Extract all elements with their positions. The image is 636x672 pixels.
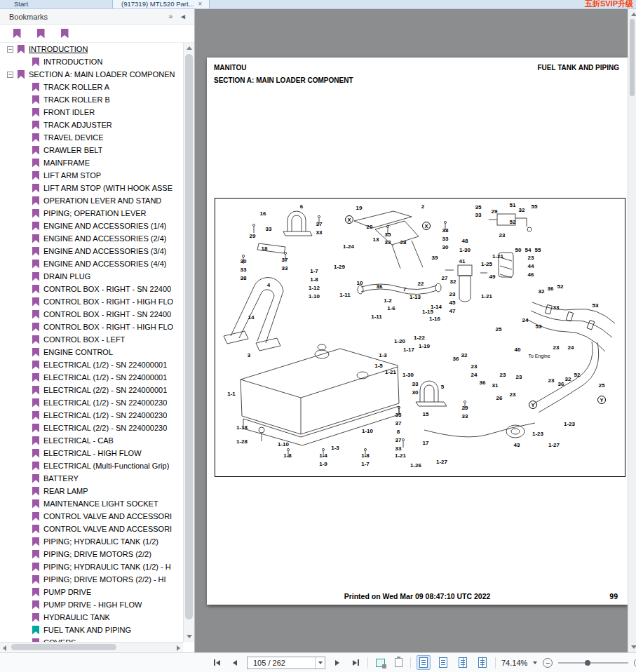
zoom-out-button[interactable]: − (543, 658, 553, 668)
collapse-toggle-icon[interactable]: − (7, 72, 13, 78)
bookmark-item[interactable]: CONTROL BOX - LEFT (0, 333, 184, 346)
bookmark-item[interactable]: CRAWLER BELT (0, 144, 184, 156)
scroll-down-icon[interactable] (187, 635, 192, 638)
bookmark-item[interactable]: ELECTRICAL (1/2) - SN 224000230 (0, 396, 184, 409)
bookmark-flag-icon (32, 487, 39, 496)
bookmark-item[interactable]: PUMP DRIVE - HIGH FLOW (0, 598, 184, 611)
clipboard-icon[interactable] (392, 657, 405, 669)
snapshot-icon[interactable] (374, 657, 386, 669)
bookmark-item[interactable]: OPERATION LEVER AND STAND (0, 194, 184, 207)
bookmark-item[interactable]: TRACK ROLLER B (0, 93, 184, 106)
diagram-callout: Y (597, 396, 606, 404)
diagram-callout: 47 (449, 308, 456, 314)
bookmark-settings-icon[interactable] (57, 27, 72, 40)
bookmark-item[interactable]: ELECTRICAL (2/2) - SN 224000001 (0, 384, 184, 396)
bookmark-item[interactable]: CONTROL BOX - RIGHT - HIGH FLO (0, 321, 184, 333)
bookmark-item[interactable]: PIPING; DRIVE MOTORS (2/2) (0, 548, 184, 560)
scroll-down-icon[interactable] (631, 645, 636, 649)
bookmark-item[interactable]: ELECTRICAL (1/2) - SN 224000230 (0, 409, 184, 422)
bookmark-item[interactable]: −SECTION A: MAIN LOADER COMPONEN (0, 68, 184, 81)
bookmark-item[interactable]: LIFT ARM STOP (WITH HOOK ASSE (0, 182, 184, 194)
diagram-callout: 32 (519, 207, 525, 213)
bookmark-item[interactable]: ELECTRICAL (Multi-Functional Grip) (0, 459, 184, 472)
expand-panel-icon[interactable]: » (165, 13, 177, 20)
scrollbar-thumb[interactable] (630, 19, 635, 96)
bookmark-item[interactable]: FUEL TANK AND PIPING (0, 624, 184, 636)
zoom-dropdown-icon[interactable] (533, 661, 537, 664)
last-page-button[interactable] (349, 657, 362, 669)
bookmark-item[interactable]: PIPING; OPERATION LEVER (0, 207, 184, 220)
bookmark-item[interactable]: CONTROL VALVE AND ACCESSORI (0, 523, 184, 535)
tab-start[interactable]: Start (6, 0, 35, 8)
bookmark-item[interactable]: INTRODUCTION (0, 55, 184, 68)
bookmark-item[interactable]: CONTROL BOX - RIGHT - SN 22400 (0, 308, 184, 321)
close-tab-icon[interactable]: × (198, 1, 203, 8)
previous-page-button[interactable] (229, 657, 241, 669)
collapse-panel-icon[interactable]: ◄ (176, 13, 190, 20)
bookmark-item[interactable]: MAINTENANCE LIGHT SOCKET (0, 497, 184, 510)
facing-view-button[interactable] (456, 655, 470, 670)
diagram-callout: 1-11 (339, 292, 351, 298)
bookmark-item[interactable]: PUMP DRIVE (0, 586, 184, 598)
first-page-button[interactable] (210, 657, 223, 669)
bookmark-item[interactable]: −INTRODUCTION (0, 43, 184, 55)
bookmark-item[interactable]: PIPING; HYDRAULIC TANK (1/2) (0, 535, 184, 548)
bookmark-item[interactable]: ENGINE CONTROL (0, 346, 184, 358)
bookmark-item[interactable]: ELECTRICAL - CAB (0, 434, 184, 447)
diagram-callout: 55 (535, 247, 541, 253)
diagram-callout: 32 (539, 288, 545, 295)
bookmark-item[interactable]: ELECTRICAL - HIGH FLOW (0, 447, 184, 459)
bookmark-item[interactable]: HYDRAULIC TANK (0, 611, 184, 624)
bookmark-item[interactable]: ENGINE AND ACCESSORIES (4/4) (0, 257, 184, 270)
next-page-button[interactable] (331, 657, 344, 669)
scrollbar-thumb[interactable] (185, 54, 193, 619)
bookmark-item[interactable]: DRAIN PLUG (0, 270, 184, 283)
bookmark-item[interactable]: ENGINE AND ACCESSORIES (2/4) (0, 232, 184, 245)
diagram-callout: 13 (373, 236, 379, 243)
zoom-level[interactable]: 74.14% (501, 659, 527, 667)
bookmark-item[interactable]: ELECTRICAL (2/2) - SN 224000230 (0, 422, 184, 434)
continuous-view-button[interactable] (436, 655, 450, 670)
bookmark-item[interactable]: ELECTRICAL (1/2) - SN 224000001 (0, 358, 184, 371)
bookmark-item-label: PIPING; OPERATION LEVER (43, 209, 147, 217)
expand-current-bookmark-icon[interactable] (10, 27, 24, 40)
continuous-facing-view-button[interactable] (475, 655, 489, 670)
bookmark-item[interactable]: TRAVEL DEVICE (0, 131, 184, 144)
bookmark-item[interactable]: BATTERY (0, 472, 184, 485)
diagram-callout: 24 (568, 344, 574, 351)
bookmarks-vertical-scrollbar[interactable] (183, 43, 194, 642)
scroll-up-icon[interactable] (187, 46, 192, 50)
promo-banner[interactable]: 五折SVIP升级 (585, 0, 633, 8)
bookmark-item[interactable]: MAINFRAME (0, 156, 184, 169)
bookmark-item[interactable]: FRONT IDLER (0, 106, 184, 119)
diagram-callout: 1-1 (227, 391, 236, 397)
bookmark-item[interactable]: PIPING; HYDRAULIC TANK (1/2) - H (0, 560, 184, 573)
page-number-input[interactable]: 105 / 262 (247, 657, 325, 669)
zoom-slider[interactable] (558, 658, 628, 668)
bookmark-item[interactable]: PIPING; DRIVE MOTORS (2/2) - HI (0, 573, 184, 586)
single-page-view-button[interactable] (417, 655, 431, 670)
bookmarks-horizontal-scrollbar[interactable] (0, 642, 183, 652)
bookmark-item[interactable]: CONTROL VALVE AND ACCESSORI (0, 510, 184, 523)
bookmark-item[interactable]: CONTROL BOX - RIGHT - SN 22400 (0, 283, 184, 295)
bookmark-item-label: OPERATION LEVER AND STAND (43, 196, 161, 205)
bookmark-item[interactable]: ELECTRICAL (1/2) - SN 224000001 (0, 371, 184, 384)
zoom-slider-handle[interactable] (585, 660, 590, 666)
scroll-left-icon[interactable] (3, 645, 6, 651)
diagram-callout: 1-9 (319, 461, 327, 467)
collapse-toggle-icon[interactable]: − (7, 46, 13, 53)
tab-document[interactable]: (917319) MTL520 Part... × (112, 0, 210, 8)
bookmark-item[interactable]: TRACK ROLLER A (0, 81, 184, 93)
bookmark-item[interactable]: REAR LAMP (0, 485, 184, 497)
bookmark-item[interactable]: LIFT ARM STOP (0, 169, 184, 182)
bookmark-item[interactable]: ENGINE AND ACCESSORIES (1/4) (0, 220, 184, 232)
scrollbar-thumb[interactable] (11, 644, 116, 650)
bookmark-item[interactable]: CONTROL BOX - RIGHT - HIGH FLO (0, 295, 184, 308)
scroll-up-icon[interactable] (631, 13, 636, 16)
add-bookmark-icon[interactable] (34, 27, 48, 40)
chevron-down-icon[interactable] (315, 657, 325, 668)
scroll-right-icon[interactable] (177, 645, 180, 651)
document-vertical-scrollbar[interactable] (628, 9, 636, 652)
bookmark-item[interactable]: TRACK ADJUSTER (0, 119, 184, 131)
bookmark-item[interactable]: ENGINE AND ACCESSORIES (3/4) (0, 245, 184, 257)
